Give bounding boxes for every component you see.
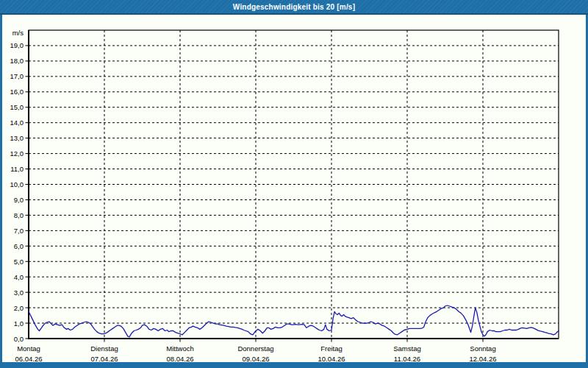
y-tick-label: 7,0 [14, 227, 24, 235]
x-day-name-label: Montag [17, 344, 40, 353]
x-day-date-label: 10.04.26 [318, 355, 345, 362]
y-tick-label: 1,0 [14, 319, 24, 328]
y-tick-label: 19,0 [10, 41, 24, 49]
x-day-labels: Montag06.04.26Dienstag07.04.26Mittwoch08… [15, 344, 497, 362]
y-tick-label: 15,0 [10, 103, 24, 111]
y-tick-labels: 19,018,017,016,015,014,013,012,011,010,0… [10, 41, 24, 342]
x-day-date-label: 06.04.26 [15, 355, 43, 362]
wind-speed-chart: 19,018,017,016,015,014,013,012,011,010,0… [2, 15, 586, 362]
x-day-name-label: Mittwoch [166, 344, 193, 353]
y-tick-label: 0,0 [14, 335, 24, 343]
y-tick-label: 12,0 [10, 149, 24, 158]
wind-speed-line [29, 305, 559, 337]
y-tick-label: 3,0 [14, 289, 24, 297]
y-tick-label: 4,0 [14, 273, 24, 281]
window-title: Windgeschwindigkeit bis 20 [m/s] [233, 3, 355, 11]
y-tick-label: 17,0 [10, 72, 24, 80]
y-tick-label: 6,0 [14, 242, 24, 250]
x-day-date-label: 09.04.26 [243, 355, 270, 362]
x-day-date-label: 11.04.26 [394, 355, 420, 362]
x-day-name-label: Dienstag [90, 344, 118, 353]
window-titlebar: Windgeschwindigkeit bis 20 [m/s] [0, 0, 588, 15]
x-day-name-label: Donnerstag [237, 344, 273, 353]
y-tick-label: 16,0 [10, 88, 24, 96]
y-axis-unit-label: m/s [12, 29, 24, 37]
x-day-date-label: 07.04.26 [91, 355, 118, 362]
x-day-name-label: Freitag [320, 344, 343, 353]
y-tick-label: 18,0 [10, 57, 24, 65]
y-tick-label: 14,0 [10, 118, 24, 127]
x-day-name-label: Samstag [393, 344, 421, 353]
y-tick-label: 10,0 [10, 180, 24, 188]
x-day-date-label: 12.04.26 [470, 355, 497, 362]
y-tick-label: 5,0 [14, 258, 24, 266]
y-gridlines [29, 46, 559, 323]
chart-panel: 19,018,017,016,015,014,013,012,011,010,0… [2, 15, 586, 362]
app-window: Windgeschwindigkeit bis 20 [m/s] 19,018,… [0, 0, 588, 368]
y-tick-label: 11,0 [10, 165, 24, 173]
y-tick-label: 2,0 [14, 304, 24, 312]
y-tick-label: 9,0 [14, 196, 24, 204]
x-day-date-label: 08.04.26 [167, 355, 194, 362]
y-tick-label: 13,0 [10, 134, 24, 142]
x-day-name-label: Sonntag [470, 344, 495, 353]
y-tick-label: 8,0 [14, 211, 24, 219]
